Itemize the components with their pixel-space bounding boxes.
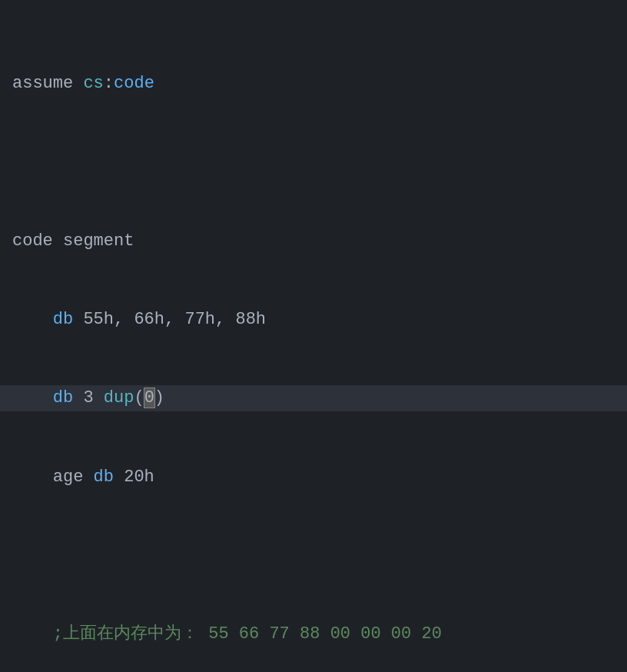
label-age: age — [53, 467, 94, 487]
label-code: code — [114, 74, 154, 93]
code-editor: assume cs:code code segment db 55h, 66h,… — [12, 18, 615, 672]
line-1: assume cs:code — [12, 71, 615, 97]
keyword-db-2: db — [53, 388, 73, 408]
dup-value: 0 — [144, 388, 154, 408]
line-8: ;上面在内存中为： 55 66 77 88 00 00 00 20 — [12, 621, 615, 647]
line-3: code segment — [12, 228, 615, 254]
line-4: db 55h, 66h, 77h, 88h — [12, 307, 615, 333]
line-7 — [12, 543, 615, 569]
keyword-db-1: db — [53, 310, 73, 329]
comment-1: ;上面在内存中为： 55 66 77 88 00 00 00 20 — [53, 624, 442, 644]
line-5: db 3 dup(0) — [0, 385, 627, 411]
line-2 — [12, 149, 615, 175]
keyword-code: code — [12, 231, 53, 251]
register-cs: cs — [83, 74, 103, 93]
keyword-dup: dup — [104, 388, 134, 408]
keyword-db-3: db — [94, 467, 114, 487]
line-6: age db 20h — [12, 464, 615, 491]
keyword-assume: assume — [12, 74, 83, 93]
